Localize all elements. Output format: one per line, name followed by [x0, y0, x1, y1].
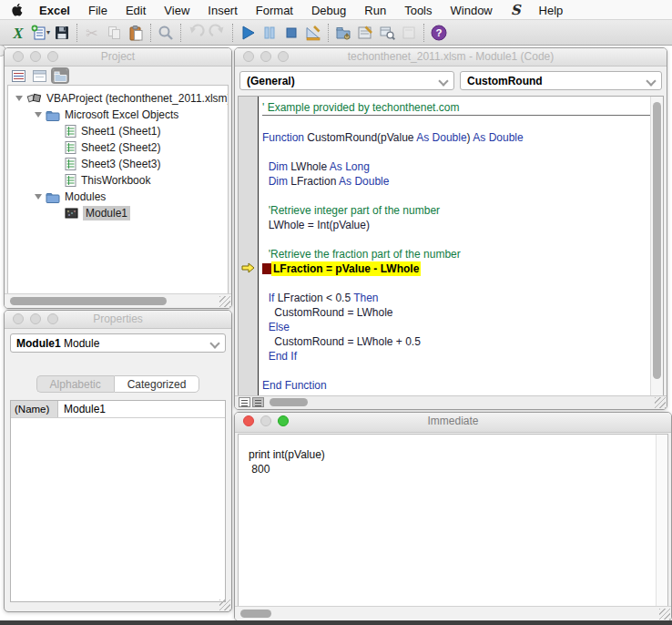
code-line: If LFraction < 0.5 Then	[262, 291, 650, 305]
project-explorer-button[interactable]	[332, 22, 354, 44]
property-value-cell[interactable]: Module1	[58, 403, 106, 415]
resize-grip[interactable]	[655, 397, 666, 408]
procedure-dropdown[interactable]: CustomRound	[460, 71, 662, 90]
scrollbar-thumb[interactable]	[10, 297, 167, 305]
tree-item-modules[interactable]: Modules	[8, 189, 228, 205]
vba-project-icon	[26, 92, 42, 105]
horizontal-scrollbar[interactable]	[235, 606, 671, 620]
disclosure-triangle-icon[interactable]	[35, 194, 42, 200]
menu-item-tools[interactable]: Tools	[395, 4, 441, 17]
code-line: Dim LWhole As Long	[262, 159, 650, 174]
excel-icon: X	[9, 24, 27, 42]
tree-item-vbaproject[interactable]: VBAProject (techonthenet_2011.xlsm)	[8, 90, 228, 107]
menu-item-view[interactable]: View	[155, 4, 199, 17]
vertical-scrollbar[interactable]	[650, 97, 663, 395]
menu-item-run[interactable]: Run	[355, 4, 395, 17]
scrollbar-thumb[interactable]	[240, 610, 271, 618]
properties-object-dropdown[interactable]: Module1 Module	[10, 333, 226, 353]
code-token-plain: LFraction	[288, 175, 339, 188]
apple-icon[interactable]	[11, 3, 25, 16]
menu-item-window[interactable]: Window	[442, 4, 502, 17]
immediate-line: print int(pValue)	[249, 447, 667, 462]
save-button[interactable]	[51, 22, 73, 44]
cut-button: ✂	[81, 22, 103, 44]
scrollbar-thumb[interactable]	[653, 102, 661, 379]
resize-grip[interactable]	[219, 599, 230, 610]
horizontal-scrollbar[interactable]	[5, 293, 231, 308]
menu-item-file[interactable]: File	[79, 4, 117, 17]
menu-item-debug[interactable]: Debug	[302, 4, 355, 17]
object-browser-icon	[378, 24, 396, 42]
paste-button[interactable]	[125, 22, 147, 44]
resize-grip[interactable]	[219, 296, 230, 307]
help-button[interactable]: ?	[428, 22, 450, 44]
code-titlebar[interactable]: techonthenet_2011.xlsm - Module1 (Code)	[235, 48, 667, 67]
object-type: Module	[61, 337, 100, 350]
reset-icon	[282, 24, 300, 42]
view-code-button[interactable]	[11, 69, 25, 82]
breakpoint-indicator[interactable]	[262, 263, 271, 274]
properties-titlebar[interactable]: Properties	[5, 311, 231, 329]
view-object-button[interactable]	[32, 69, 46, 82]
procedure-view-button[interactable]	[239, 397, 250, 407]
view-microsoft-excel-button[interactable]: X	[7, 22, 29, 44]
run-macro-button[interactable]	[237, 22, 259, 44]
disclosure-triangle-icon[interactable]	[15, 96, 23, 101]
menu-item-edit[interactable]: Edit	[117, 4, 155, 17]
toolbox-button	[398, 22, 420, 44]
toggle-folders-button[interactable]	[53, 69, 67, 82]
menu-item-excel[interactable]: Excel	[30, 4, 79, 17]
tree-spacer	[54, 131, 61, 132]
code-token-keyword: Then	[353, 292, 378, 304]
toolbar-separator	[76, 24, 77, 42]
properties-window-button[interactable]	[354, 22, 376, 44]
applescript-icon[interactable]: S	[502, 2, 530, 18]
scrollbar-thumb[interactable]	[270, 398, 308, 406]
object-dropdown[interactable]: (General)	[239, 71, 454, 90]
break-button[interactable]	[259, 22, 280, 44]
resize-grip[interactable]	[659, 609, 670, 620]
undo-icon	[187, 24, 205, 42]
menu-item-insert[interactable]: Insert	[199, 4, 247, 17]
full-module-view-button[interactable]	[252, 397, 264, 407]
code-line	[262, 276, 650, 291]
code-line: Else	[262, 320, 650, 334]
dropdown-caret-icon[interactable]: ▾	[46, 28, 50, 36]
code-line	[262, 116, 650, 130]
code-token-keyword: Double	[354, 175, 389, 188]
tree-item-sheet3[interactable]: Sheet3 (Sheet3)	[8, 156, 228, 172]
menu-item-format[interactable]: Format	[247, 4, 302, 17]
project-titlebar[interactable]: Project	[5, 48, 231, 67]
insert-module-button[interactable]: ▾	[29, 22, 51, 44]
object-browser-button[interactable]	[376, 22, 398, 44]
design-mode-button[interactable]	[302, 22, 324, 44]
code-token-keyword: End If	[269, 350, 297, 363]
tree-item-thisworkbook[interactable]: ThisWorkbook	[8, 172, 228, 189]
code-token-keyword: End Function	[262, 379, 327, 392]
svg-text:✂: ✂	[86, 26, 97, 41]
svg-text:?: ?	[435, 27, 442, 38]
properties-window-icon	[356, 24, 374, 42]
code-lines: ' Example provided by techonthenet.comFu…	[262, 100, 650, 393]
code-line: Dim LFraction As Double	[262, 174, 650, 189]
tree-item-sheet1[interactable]: Sheet1 (Sheet1)	[8, 123, 228, 139]
tab-categorized[interactable]: Categorized	[114, 375, 200, 393]
reset-button[interactable]	[280, 22, 302, 44]
tree-item-sheet2[interactable]: Sheet2 (Sheet2)	[8, 139, 228, 156]
immediate-titlebar[interactable]: Immediate	[235, 413, 671, 433]
tree-item-module1[interactable]: Module1	[8, 205, 228, 221]
code-editor[interactable]: ' Example provided by techonthenet.comFu…	[238, 96, 664, 396]
find-button[interactable]	[155, 22, 177, 44]
tab-alphabetic[interactable]: Alphabetic	[36, 375, 114, 393]
break-icon	[260, 24, 279, 42]
code-margin[interactable]	[239, 97, 259, 395]
code-line: 'Retrieve the fraction part of the numbe…	[262, 247, 650, 261]
code-token-plain	[262, 350, 269, 363]
immediate-editor[interactable]: print int(pValue) 800	[238, 434, 668, 607]
project-tree[interactable]: VBAProject (techonthenet_2011.xlsm)Micro…	[7, 85, 229, 294]
tree-item-microsoft[interactable]: Microsoft Excel Objects	[8, 107, 228, 123]
menu-item-help[interactable]: Help	[530, 4, 573, 17]
tree-item-label: Sheet2 (Sheet2)	[81, 141, 160, 154]
vertical-scrollbar[interactable]	[656, 435, 667, 606]
disclosure-triangle-icon[interactable]	[35, 112, 42, 118]
